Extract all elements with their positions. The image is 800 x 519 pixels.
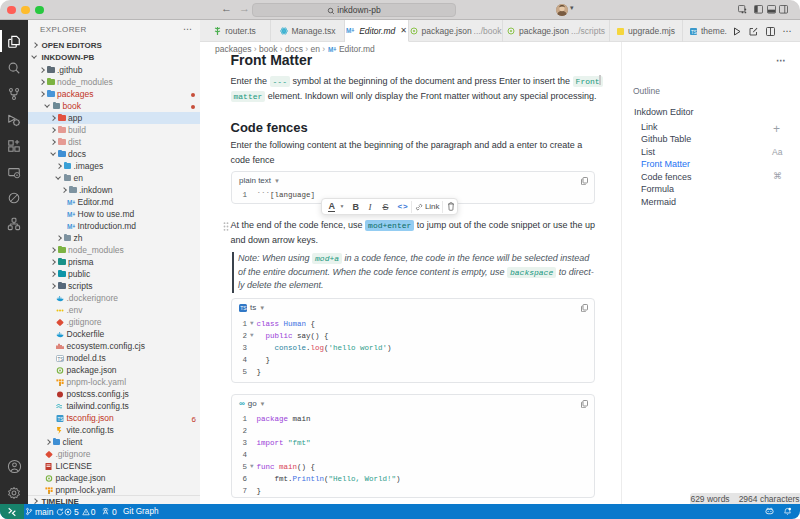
svg-text:M: M	[67, 211, 72, 218]
svg-text:M: M	[67, 223, 72, 230]
svg-text:TS: TS	[240, 305, 247, 311]
svg-text:TS: TS	[691, 29, 697, 34]
svg-text:TS: TS	[58, 356, 64, 361]
svg-text:M: M	[346, 27, 351, 34]
svg-text:M: M	[67, 199, 72, 206]
svg-text:TS: TS	[57, 416, 63, 421]
svg-text:M: M	[328, 46, 333, 53]
